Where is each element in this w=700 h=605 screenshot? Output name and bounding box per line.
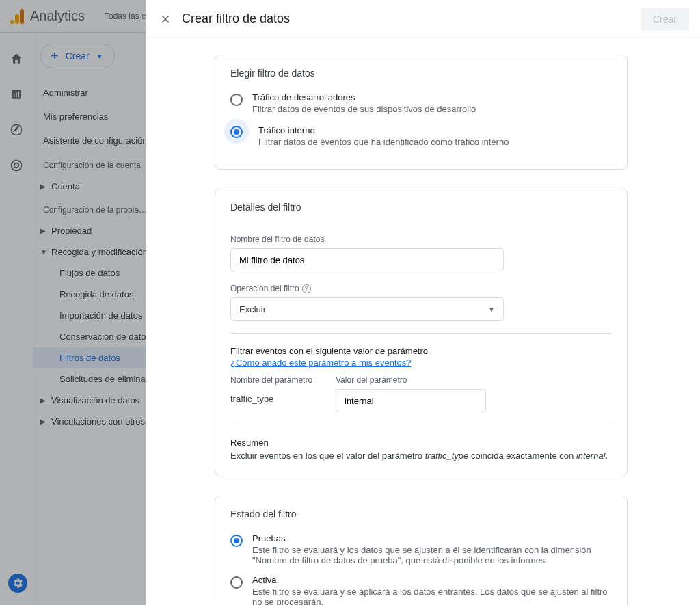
param-name-label: Nombre del parámetro bbox=[230, 375, 319, 385]
choose-filter-card: Elegir filtro de datos Tráfico de desarr… bbox=[215, 55, 628, 170]
internal-traffic-title: Tráfico interno bbox=[258, 125, 509, 135]
panel-title: Crear filtro de datos bbox=[182, 12, 641, 26]
panel-create-button[interactable]: Crear bbox=[641, 8, 689, 31]
dev-traffic-desc: Filtrar datos de eventos de sus disposit… bbox=[252, 104, 476, 114]
internal-traffic-desc: Filtrar datos de eventos que ha identifi… bbox=[258, 137, 509, 147]
filter-op-label: Operación del filtro ? bbox=[230, 284, 612, 293]
chevron-down-icon: ▼ bbox=[488, 306, 495, 313]
choose-filter-title: Elegir filtro de datos bbox=[230, 68, 612, 79]
filter-events-label: Filtrar eventos con el siguiente valor d… bbox=[230, 346, 612, 356]
close-icon[interactable] bbox=[157, 11, 174, 27]
filter-details-card: Detalles del filtro Nombre del filtro de… bbox=[215, 189, 628, 476]
state-testing-desc: Este filtro se evaluará y los datos que … bbox=[252, 545, 612, 565]
state-option-active[interactable]: Activa Este filtro se evaluará y se apli… bbox=[230, 575, 612, 605]
filter-op-value: Excluir bbox=[239, 304, 266, 314]
state-active-title: Activa bbox=[252, 575, 612, 585]
param-value-input[interactable] bbox=[336, 389, 486, 412]
param-name-value: traffic_type bbox=[230, 389, 319, 404]
panel-body: Elegir filtro de datos Tráfico de desarr… bbox=[146, 38, 700, 605]
panel-header: Crear filtro de datos Crear bbox=[146, 0, 700, 38]
filter-op-select[interactable]: Excluir ▼ bbox=[230, 297, 504, 321]
filter-state-card: Estado del filtro Pruebas Este filtro se… bbox=[215, 496, 628, 605]
summary-text: Excluir eventos en los que el valor del … bbox=[230, 451, 612, 461]
filter-option-developer[interactable]: Tráfico de desarrolladores Filtrar datos… bbox=[230, 88, 612, 121]
state-active-desc: Este filtro se evaluará y se aplicará a … bbox=[252, 587, 612, 605]
state-testing-title: Pruebas bbox=[252, 533, 612, 543]
param-value-label: Valor del parámetro bbox=[336, 375, 486, 385]
state-option-testing[interactable]: Pruebas Este filtro se evaluará y los da… bbox=[230, 533, 612, 565]
radio-icon bbox=[230, 126, 243, 138]
radio-icon bbox=[230, 94, 243, 106]
filter-state-title: Estado del filtro bbox=[230, 509, 612, 520]
help-icon[interactable]: ? bbox=[302, 284, 311, 293]
create-filter-panel: Crear filtro de datos Crear Elegir filtr… bbox=[146, 0, 700, 605]
how-add-param-link[interactable]: ¿Cómo añado este parámetro a mis eventos… bbox=[230, 358, 411, 368]
filter-name-label: Nombre del filtro de datos bbox=[230, 234, 612, 244]
radio-icon bbox=[230, 576, 243, 589]
filter-details-title: Detalles del filtro bbox=[230, 202, 612, 213]
dev-traffic-title: Tráfico de desarrolladores bbox=[252, 92, 476, 103]
filter-option-internal[interactable]: Tráfico interno Filtrar datos de eventos… bbox=[230, 121, 612, 154]
filter-name-input[interactable] bbox=[230, 248, 504, 271]
summary-label: Resumen bbox=[230, 438, 612, 448]
radio-icon bbox=[230, 535, 243, 547]
